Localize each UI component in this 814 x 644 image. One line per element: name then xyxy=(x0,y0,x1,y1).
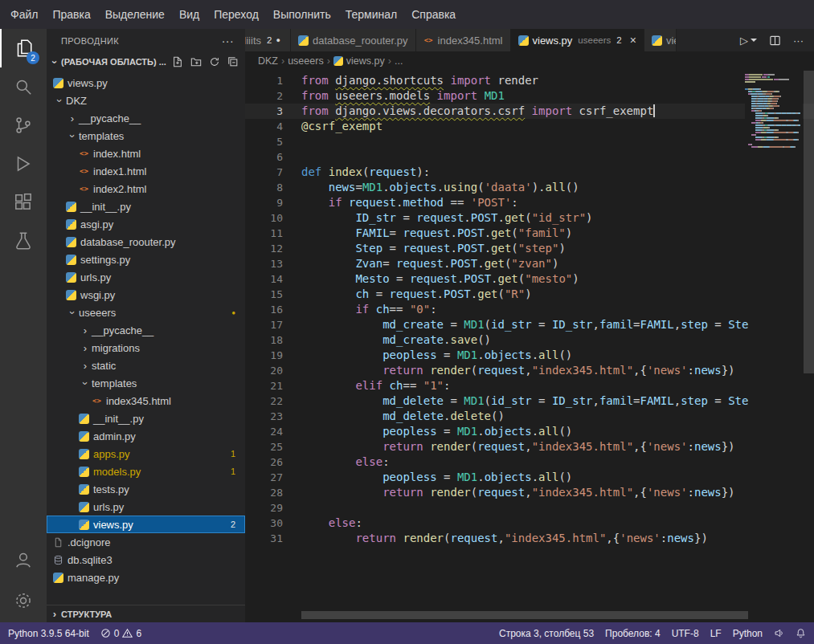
tree-file-manage-py[interactable]: manage.py xyxy=(47,569,245,586)
code-line[interactable]: 8 news=MD1.objects.using('daata').all() xyxy=(245,180,814,195)
new-file-icon[interactable] xyxy=(172,56,183,67)
code-line[interactable]: 24 peopless = MD1.objects.all() xyxy=(245,424,814,439)
menu-item-item[interactable]: Терминал xyxy=(338,4,404,25)
menu-item-item[interactable]: Переход xyxy=(207,4,266,25)
account-icon[interactable] xyxy=(0,540,47,579)
tree-file-index345-html[interactable]: <>index345.html xyxy=(47,392,245,410)
tree-file-admin-py[interactable]: admin.py xyxy=(47,427,245,445)
tree-file-models-py[interactable]: models.py1 xyxy=(47,463,245,480)
code-line[interactable]: 20 return render(request,"index345.html"… xyxy=(245,363,814,378)
code-line[interactable]: 22 md_delete = MD1(id_str = ID_str,famil… xyxy=(245,393,814,409)
tree-file-wsgi-py[interactable]: wsgi.py xyxy=(47,286,245,304)
tree-file-urls-py[interactable]: urls.py xyxy=(47,268,245,286)
notifications-bell-icon[interactable] xyxy=(796,628,806,638)
menu-item-item[interactable]: Справка xyxy=(404,4,463,25)
tree-file-database-roouter-py[interactable]: database_roouter.py xyxy=(47,233,245,251)
tree-folder-migrations[interactable]: ›migrations xyxy=(47,339,245,357)
code-line[interactable]: 23 md_delete.delete() xyxy=(245,409,814,424)
code-line[interactable]: 27 peopless = MD1.objects.all() xyxy=(245,470,814,485)
code-line[interactable]: 21 elif ch== "1": xyxy=(245,378,814,393)
breadcrumb-item-dkz[interactable]: DKZ xyxy=(258,55,278,67)
menu-item-item[interactable]: Выделение xyxy=(98,4,172,25)
breadcrumb-item-useeers[interactable]: useeers xyxy=(288,55,323,67)
tree-file-apps-py[interactable]: apps.py1 xyxy=(47,445,245,463)
refresh-icon[interactable] xyxy=(209,56,220,67)
eol-selector[interactable]: LF xyxy=(710,628,722,639)
code-line[interactable]: 30 else: xyxy=(245,516,814,531)
tree-file-index2-html[interactable]: <>index2.html xyxy=(47,180,245,198)
tab-views-py[interactable]: views.py xyxy=(644,29,677,51)
tree-folder-pycache[interactable]: ›__pycache__ xyxy=(47,109,245,127)
code-line[interactable]: 12 Step = request.POST.get("step") xyxy=(245,241,814,256)
menu-item-item[interactable]: Выполнить xyxy=(266,4,338,25)
source-control-icon[interactable] xyxy=(0,106,47,145)
tree-file-init-py[interactable]: __init__.py xyxy=(47,198,245,215)
cursor-position[interactable]: Строка 3, столбец 53 xyxy=(499,628,594,639)
tree-folder-templates[interactable]: ›templates xyxy=(47,374,245,392)
run-dropdown-icon[interactable] xyxy=(751,39,757,42)
tab-index345-html[interactable]: <>index345.html xyxy=(416,29,511,51)
tree-folder-useeers[interactable]: ›useeers● xyxy=(47,304,245,321)
explorer-more-actions-icon[interactable]: ··· xyxy=(222,35,234,47)
code-line[interactable]: 18 md_create.save() xyxy=(245,332,814,348)
collapse-all-icon[interactable] xyxy=(227,56,239,67)
tree-folder-pycache[interactable]: ›__pycache__ xyxy=(47,321,245,339)
workspace-section-header[interactable]: › (РАБОЧАЯ ОБЛАСТЬ) ... xyxy=(47,52,245,71)
testing-flask-icon[interactable] xyxy=(0,222,47,260)
tree-file-db-sqlite3[interactable]: db.sqlite3 xyxy=(47,551,245,569)
code-line[interactable]: 4@csrf_exempt xyxy=(245,119,814,134)
explorer-icon[interactable]: 2 xyxy=(0,29,47,67)
tree-file-asgi-py[interactable]: asgi.py xyxy=(47,215,245,233)
menu-item-item[interactable]: Файл xyxy=(3,4,45,25)
python-interpreter[interactable]: Python 3.9.5 64-bit xyxy=(8,628,89,639)
tab-views-py[interactable]: views.pyuseeers2× xyxy=(511,29,644,51)
code-line[interactable]: 2from useeers.models import MD1 xyxy=(245,88,814,104)
indentation[interactable]: Пробелов: 4 xyxy=(605,628,661,639)
code-line[interactable]: 29 xyxy=(245,500,814,516)
tree-folder-templates[interactable]: ›templates xyxy=(47,127,245,145)
run-debug-icon[interactable] xyxy=(0,145,47,183)
minimap[interactable] xyxy=(745,74,803,149)
outline-section-header[interactable]: › СТРУКТУРА xyxy=(47,605,245,622)
close-tab-icon[interactable]: × xyxy=(630,34,636,47)
code-line[interactable]: 9 if request.method == 'POST': xyxy=(245,195,814,210)
new-folder-icon[interactable] xyxy=(190,56,202,67)
code-line[interactable]: 26 else: xyxy=(245,454,814,470)
vertical-scrollbar[interactable] xyxy=(804,71,814,373)
code-line[interactable]: 3from django.views.decorators.csrf impor… xyxy=(245,104,814,119)
tree-folder-dkz[interactable]: ›DKZ xyxy=(47,92,245,109)
tab-diiits[interactable]: diiits2● xyxy=(245,29,291,51)
code-line[interactable]: 13 Zvan= request.POST.get("zvan") xyxy=(245,256,814,271)
code-line[interactable]: 17 md_create = MD1(id_str = ID_str,famil… xyxy=(245,317,814,332)
tree-file-init-py[interactable]: __init__.py xyxy=(47,410,245,427)
run-button[interactable]: ▷ xyxy=(740,35,757,47)
breadcrumb-item-views-py[interactable]: views.py xyxy=(333,55,385,67)
tree-file-dcignore[interactable]: .dcignore xyxy=(47,533,245,551)
horizontal-scrollbar[interactable] xyxy=(301,611,748,619)
code-line[interactable]: 7def index(request): xyxy=(245,165,814,180)
feedback-icon[interactable] xyxy=(774,628,784,638)
search-icon[interactable] xyxy=(0,67,47,106)
code-line[interactable]: 10 ID_str = request.POST.get("id_str") xyxy=(245,210,814,226)
menu-item-item[interactable]: Вид xyxy=(172,4,207,25)
code-line[interactable]: 14 Mesto = request.POST.get("mesto") xyxy=(245,271,814,287)
tree-file-settings-py[interactable]: settings.py xyxy=(47,251,245,268)
tree-folder-static[interactable]: ›static xyxy=(47,357,245,374)
split-editor-icon[interactable] xyxy=(769,35,781,47)
problems-indicator[interactable]: 0 6 xyxy=(100,628,141,639)
code-line[interactable]: 6 xyxy=(245,149,814,165)
code-line[interactable]: 5 xyxy=(245,134,814,149)
code-line[interactable]: 16 if ch== "0": xyxy=(245,302,814,317)
code-line[interactable]: 1from django.shortcuts import render xyxy=(245,73,814,88)
menu-item-item[interactable]: Правка xyxy=(45,4,97,25)
language-mode[interactable]: Python xyxy=(733,628,763,639)
tree-file-urls-py[interactable]: urls.py xyxy=(47,498,245,516)
tab-database-roouter-py[interactable]: database_roouter.py xyxy=(291,29,416,51)
code-line[interactable]: 11 FAMIL= request.POST.get("famil") xyxy=(245,226,814,241)
extensions-icon[interactable] xyxy=(0,183,47,222)
tree-file-views-py[interactable]: views.py2 xyxy=(47,516,245,533)
code-line[interactable]: 25 return render(request,"index345.html"… xyxy=(245,439,814,454)
editor-more-actions-icon[interactable]: ··· xyxy=(793,35,804,47)
tree-file-index1-html[interactable]: <>index1.html xyxy=(47,162,245,180)
code-line[interactable]: 28 return render(request,"index345.html"… xyxy=(245,485,814,500)
